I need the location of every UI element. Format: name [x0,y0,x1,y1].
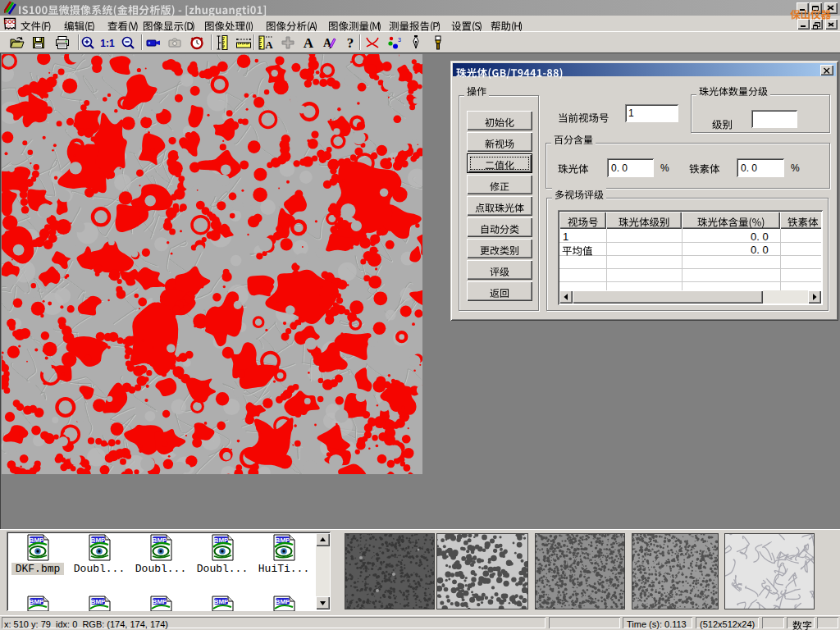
svg-text:?: ? [347,35,354,51]
svg-text:BMP: BMP [153,598,167,605]
svg-text:A: A [304,35,314,51]
svg-text:BMP: BMP [276,598,290,605]
svg-text:BMP: BMP [30,598,44,605]
svg-text:DOC: DOC [4,19,16,25]
svg-text:1:1: 1:1 [100,38,115,49]
svg-text:BMP: BMP [214,598,229,605]
svg-text:BMP: BMP [91,598,106,605]
svg-text:3: 3 [398,37,401,43]
svg-text:A: A [265,39,273,51]
